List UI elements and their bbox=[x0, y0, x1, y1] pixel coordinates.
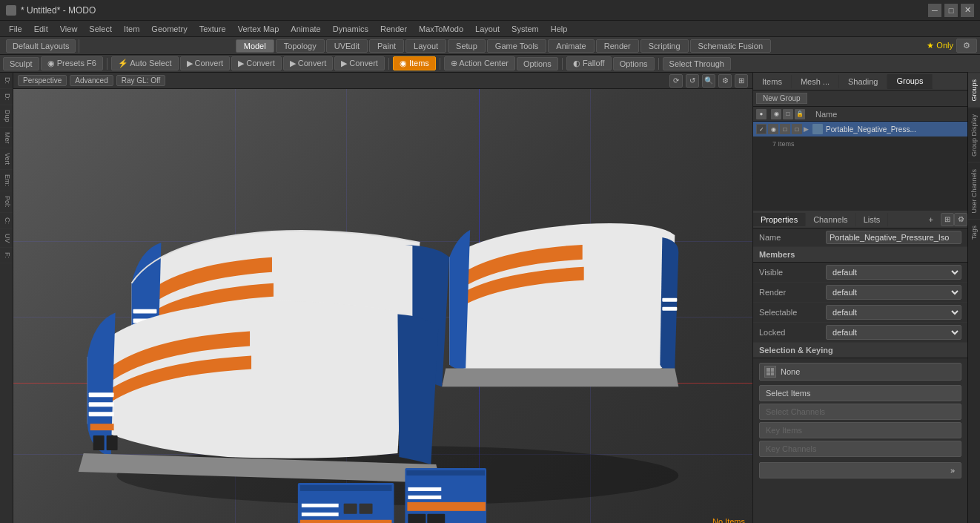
auto-select-btn[interactable]: ⚡ Auto Select bbox=[111, 56, 179, 70]
group-sq-btn[interactable]: □ bbox=[780, 124, 790, 134]
visible-select[interactable]: default bbox=[826, 265, 961, 280]
layout-tab-uvedit[interactable]: UVEdit bbox=[326, 39, 368, 53]
list-render-btn[interactable]: □ bbox=[783, 109, 793, 119]
group-check[interactable]: ✓ bbox=[756, 124, 767, 134]
svg-rect-23 bbox=[360, 504, 373, 514]
viewport-reset-icon[interactable]: ↺ bbox=[686, 74, 699, 88]
viewport-ray-button[interactable]: Ray GL: Off bbox=[116, 75, 166, 86]
layout-tab-layout[interactable]: Layout bbox=[405, 39, 446, 53]
left-tab-3[interactable]: Mer bbox=[0, 128, 13, 149]
left-tab-5[interactable]: Em: bbox=[0, 170, 13, 191]
viewport-mode-button[interactable]: Perspective bbox=[18, 75, 67, 86]
sculpt-btn[interactable]: Sculpt bbox=[3, 57, 39, 70]
options-btn-2[interactable]: Options bbox=[613, 57, 655, 70]
left-tab-9[interactable]: F: bbox=[0, 248, 13, 263]
right-tab-tags[interactable]: Tags bbox=[968, 219, 980, 246]
group-eye-btn[interactable]: ◉ bbox=[768, 124, 778, 134]
left-tab-8[interactable]: UV bbox=[0, 229, 13, 249]
viewport[interactable]: Perspective Advanced Ray GL: Off ⟳ ↺ 🔍 ⚙… bbox=[13, 73, 752, 523]
group-row[interactable]: ✓ ◉ □ □ ▶ Portable_Negative_Press... bbox=[753, 122, 967, 136]
layout-tab-scripting[interactable]: Scripting bbox=[640, 39, 689, 53]
gear-button[interactable]: ⚙ bbox=[956, 39, 977, 53]
right-tab-group-display[interactable]: Group Display bbox=[968, 108, 980, 162]
list-eye-btn[interactable]: ◉ bbox=[771, 109, 781, 119]
menu-item-maxtomodo[interactable]: MaxToModo bbox=[413, 23, 469, 35]
layout-tab-setup[interactable]: Setup bbox=[448, 39, 486, 53]
right-tab-groups[interactable]: Groups bbox=[968, 73, 980, 108]
left-tab-6[interactable]: Pol: bbox=[0, 191, 13, 213]
menu-item-render[interactable]: Render bbox=[374, 23, 413, 35]
forward-button[interactable]: » bbox=[759, 462, 961, 478]
falloff-btn[interactable]: ◐ Falloff bbox=[566, 56, 612, 70]
menu-item-vertex map[interactable]: Vertex Map bbox=[232, 23, 285, 35]
layout-tab-game-tools[interactable]: Game Tools bbox=[487, 39, 547, 53]
left-tab-4[interactable]: Vert bbox=[0, 148, 13, 170]
props-tab-channels[interactable]: Channels bbox=[806, 213, 855, 226]
select-channels-button[interactable]: Select Channels bbox=[759, 404, 961, 420]
layout-tab-render[interactable]: Render bbox=[596, 39, 639, 53]
convert-btn-1[interactable]: ▶ Convert bbox=[180, 56, 231, 70]
options-btn-1[interactable]: Options bbox=[517, 57, 558, 70]
menu-item-texture[interactable]: Texture bbox=[193, 23, 232, 35]
viewport-settings-icon[interactable]: ⚙ bbox=[718, 74, 732, 88]
props-add-button[interactable]: + bbox=[923, 213, 939, 226]
window-controls[interactable]: ─ □ ✕ bbox=[928, 4, 974, 17]
name-input[interactable] bbox=[826, 231, 961, 244]
viewport-shading-button[interactable]: Advanced bbox=[70, 75, 113, 86]
props-tab-properties[interactable]: Properties bbox=[753, 213, 806, 226]
new-group-button[interactable]: New Group bbox=[756, 93, 807, 104]
tab-shading[interactable]: Shading bbox=[839, 75, 887, 88]
layout-tab-paint[interactable]: Paint bbox=[369, 39, 404, 53]
close-button[interactable]: ✕ bbox=[961, 4, 974, 17]
convert-btn-2[interactable]: ▶ Convert bbox=[231, 56, 282, 70]
menu-item-file[interactable]: File bbox=[3, 23, 28, 35]
props-expand-btn[interactable]: ⊞ bbox=[941, 213, 954, 226]
tab-items[interactable]: Items bbox=[753, 75, 792, 88]
menu-item-layout[interactable]: Layout bbox=[469, 23, 506, 35]
convert-btn-4[interactable]: ▶ Convert bbox=[334, 56, 385, 70]
layout-tab-animate[interactable]: Animate bbox=[548, 39, 594, 53]
right-tab-user-channels[interactable]: User Channels bbox=[968, 162, 980, 220]
list-icon-btn-1[interactable]: ● bbox=[756, 109, 767, 119]
menu-item-dynamics[interactable]: Dynamics bbox=[327, 23, 374, 35]
props-settings-btn[interactable]: ⚙ bbox=[954, 213, 967, 226]
key-channels-button[interactable]: Key Channels bbox=[759, 441, 961, 457]
locked-select[interactable]: default bbox=[826, 325, 961, 340]
viewport-zoom-icon[interactable]: 🔍 bbox=[702, 74, 715, 88]
menu-item-edit[interactable]: Edit bbox=[28, 23, 54, 35]
viewport-expand-icon[interactable]: ⊞ bbox=[735, 74, 748, 88]
menu-item-select[interactable]: Select bbox=[83, 23, 118, 35]
action-center-btn[interactable]: ⊕ Action Center bbox=[444, 56, 515, 70]
layout-tab-model[interactable]: Model bbox=[236, 39, 274, 53]
select-through-btn[interactable]: Select Through bbox=[663, 57, 731, 70]
props-tab-lists[interactable]: Lists bbox=[856, 213, 889, 226]
menu-item-item[interactable]: Item bbox=[118, 23, 145, 35]
select-items-button[interactable]: Select Items bbox=[759, 385, 961, 401]
layout-dropdown-button[interactable]: Default Layouts bbox=[6, 39, 76, 53]
minimize-button[interactable]: ─ bbox=[928, 4, 941, 17]
tab-mesh[interactable]: Mesh ... bbox=[792, 75, 839, 88]
left-tab-0[interactable]: D: bbox=[0, 73, 13, 89]
menu-item-view[interactable]: View bbox=[54, 23, 84, 35]
left-tab-7[interactable]: C: bbox=[0, 213, 13, 229]
menu-item-system[interactable]: System bbox=[506, 23, 545, 35]
menu-item-help[interactable]: Help bbox=[545, 23, 574, 35]
presets-btn[interactable]: ◉ Presets F6 bbox=[41, 56, 103, 70]
key-items-button[interactable]: Key Items bbox=[759, 422, 961, 438]
group-lock-btn[interactable]: □ bbox=[792, 124, 802, 134]
viewport-rotate-icon[interactable]: ⟳ bbox=[669, 74, 683, 88]
list-lock-btn[interactable]: 🔒 bbox=[795, 109, 805, 119]
render-select[interactable]: default bbox=[826, 285, 961, 300]
left-tab-1[interactable]: D: bbox=[0, 89, 13, 105]
none-selector[interactable]: None bbox=[759, 363, 961, 381]
tab-groups[interactable]: Groups bbox=[887, 74, 933, 89]
items-btn[interactable]: ◉ Items bbox=[393, 56, 436, 70]
menu-item-geometry[interactable]: Geometry bbox=[145, 23, 193, 35]
left-tab-2[interactable]: Dup bbox=[0, 105, 13, 128]
convert-btn-3[interactable]: ▶ Convert bbox=[283, 56, 334, 70]
layout-tab-topology[interactable]: Topology bbox=[276, 39, 325, 53]
layout-tab-schematic-fusion[interactable]: Schematic Fusion bbox=[690, 39, 771, 53]
maximize-button[interactable]: □ bbox=[944, 4, 958, 17]
menu-item-animate[interactable]: Animate bbox=[285, 23, 326, 35]
selectable-select[interactable]: default bbox=[826, 305, 961, 320]
